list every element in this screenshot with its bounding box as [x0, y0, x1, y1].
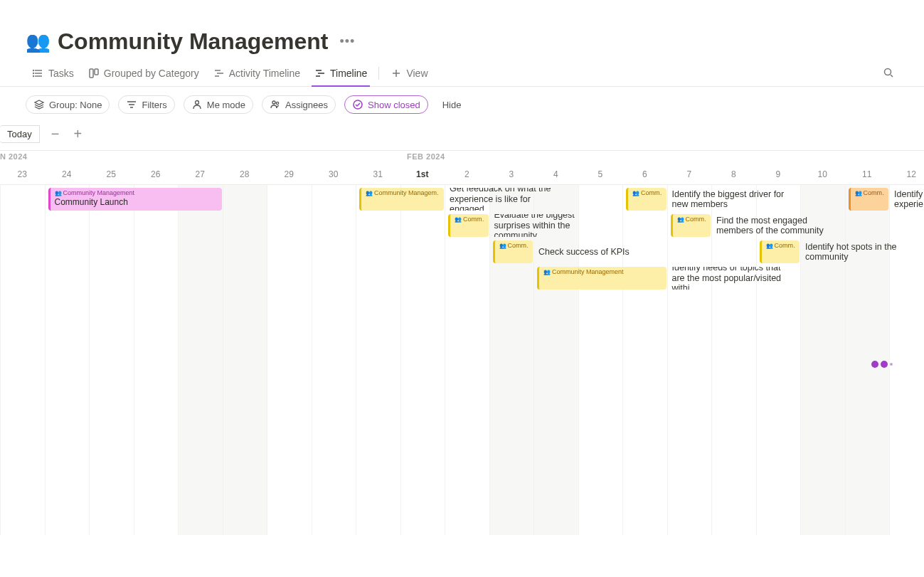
group-chip[interactable]: Group: None — [26, 95, 110, 114]
loading-indicator — [871, 361, 893, 368]
month-labels: N 2024FEB 2024 — [0, 151, 924, 166]
show-closed-chip[interactable]: Show closed — [344, 95, 428, 114]
card-tag: 👥Comm… — [677, 216, 707, 223]
card-tag: 👥Comm… — [855, 189, 885, 197]
people-icon: 👥 — [543, 269, 551, 276]
add-view-label: View — [406, 68, 428, 79]
board-icon — [88, 68, 100, 79]
timeline-card[interactable]: 👥Community ManagementCommunity Launch — [48, 188, 222, 211]
day-label: 24 — [45, 169, 90, 179]
filters-chip[interactable]: Filters — [118, 95, 174, 114]
month-label: N 2024 — [0, 152, 27, 161]
search-icon — [883, 67, 894, 78]
card-description: Identify hot spots in the community — [801, 240, 922, 263]
check-circle-icon — [352, 99, 363, 110]
svg-point-3 — [33, 70, 34, 71]
card-title: Community Launch — [55, 197, 218, 207]
card-tag: 👥Comm… — [455, 216, 484, 223]
card-tag: 👥Comm… — [766, 242, 796, 250]
chip-label: Assignees — [285, 100, 328, 110]
day-label: 28 — [223, 169, 267, 179]
page-icon: 👥 — [26, 30, 51, 53]
svg-point-23 — [272, 101, 275, 104]
card-row: 👥Community ManagementIdentify needs or t… — [0, 267, 924, 292]
card-tag: 👥Community Management — [55, 189, 218, 197]
day-label: 9 — [756, 169, 801, 179]
people-icon: 👥 — [766, 243, 773, 250]
day-label: 26 — [134, 169, 179, 179]
today-button[interactable]: Today — [0, 125, 40, 143]
layers-icon — [33, 99, 45, 110]
timeline-icon — [213, 68, 225, 79]
chip-label: Group: None — [49, 100, 102, 110]
search-button[interactable] — [878, 63, 898, 85]
assignees-chip[interactable]: Assignees — [262, 95, 336, 114]
tab-grouped[interactable]: Grouped by Category — [81, 60, 206, 86]
timeline-card[interactable]: 👥Comm… — [448, 214, 489, 237]
svg-marker-18 — [35, 100, 43, 105]
timeline-card[interactable]: 👥Community Management — [537, 267, 667, 290]
timeline[interactable]: N 2024FEB 2024 2324252627282930311st2345… — [0, 151, 924, 535]
person-icon — [191, 99, 203, 110]
timeline-card[interactable]: 👥Comm… — [626, 188, 667, 211]
timeline-card[interactable]: 👥Comm… — [493, 240, 533, 263]
svg-rect-6 — [90, 69, 93, 78]
day-label: 1st — [400, 169, 445, 179]
day-label: 2 — [445, 169, 489, 179]
timeline-card[interactable]: 👥Comm… — [849, 188, 889, 211]
day-label: 7 — [667, 169, 712, 179]
day-header: 2324252627282930311st23456789101112 — [0, 166, 924, 185]
chip-label: Filters — [142, 100, 166, 110]
card-description: Identify needs or topics that are the mo… — [668, 267, 789, 290]
people-icon: 👥 — [455, 216, 462, 223]
page-header: 👥 Community Management ••• — [0, 0, 924, 60]
tab-tasks[interactable]: Tasks — [26, 60, 81, 86]
card-row: 👥Comm…Evaluate the biggest surprises wit… — [0, 214, 924, 239]
svg-point-4 — [33, 73, 34, 74]
hide-button[interactable]: Hide — [442, 100, 462, 110]
page-menu-icon[interactable]: ••• — [335, 34, 359, 49]
day-label: 25 — [89, 169, 134, 179]
people-icon: 👥 — [632, 190, 639, 197]
day-label: 6 — [622, 169, 667, 179]
day-label: 3 — [489, 169, 534, 179]
day-label: 29 — [267, 169, 312, 179]
timeline-card[interactable]: 👥Comm… — [760, 240, 800, 263]
card-row: 👥Comm…Check success of KPIs👥Comm…Identif… — [0, 240, 924, 265]
day-label: 8 — [711, 169, 756, 179]
day-label: 23 — [0, 169, 45, 179]
page-title: Community Management — [58, 28, 328, 55]
dot-icon — [871, 361, 878, 368]
month-label: FEB 2024 — [407, 152, 445, 161]
card-description: Identify experie — [890, 188, 924, 211]
people-icon: 👥 — [677, 216, 684, 223]
zoom-in-button[interactable]: + — [70, 126, 85, 142]
filter-icon — [126, 99, 137, 110]
timeline-icon — [314, 68, 326, 79]
timeline-cards: 👥Community ManagementCommunity Launch👥Co… — [0, 188, 924, 293]
divider — [378, 67, 379, 80]
timeline-card[interactable]: 👥Comm… — [671, 214, 711, 237]
zoom-out-button[interactable]: − — [48, 126, 63, 142]
me-mode-chip[interactable]: Me mode — [184, 95, 253, 114]
card-tag: 👥Community Management — [543, 268, 662, 276]
day-label: 31 — [356, 169, 400, 179]
card-description: Identify the biggest driver for new memb… — [668, 188, 789, 211]
list-icon — [33, 68, 44, 79]
zoom-bar: Today − + — [0, 122, 924, 151]
svg-point-16 — [885, 68, 891, 75]
timeline-card[interactable]: 👥Community Managem… — [359, 188, 444, 211]
toolbar: Group: None Filters Me mode Assignees Sh… — [0, 87, 924, 122]
people-icon: 👥 — [366, 190, 373, 197]
card-tag: 👥Comm… — [499, 242, 529, 250]
tab-timeline[interactable]: Timeline — [307, 60, 374, 86]
day-label: 10 — [800, 169, 845, 179]
tab-activity-timeline[interactable]: Activity Timeline — [206, 60, 307, 86]
svg-line-17 — [891, 75, 893, 77]
day-label: 30 — [312, 169, 356, 179]
add-view-button[interactable]: View — [383, 60, 435, 86]
people-icon — [270, 99, 281, 110]
tab-label: Grouped by Category — [104, 68, 199, 79]
day-label: 5 — [578, 169, 623, 179]
tab-label: Tasks — [48, 68, 74, 79]
